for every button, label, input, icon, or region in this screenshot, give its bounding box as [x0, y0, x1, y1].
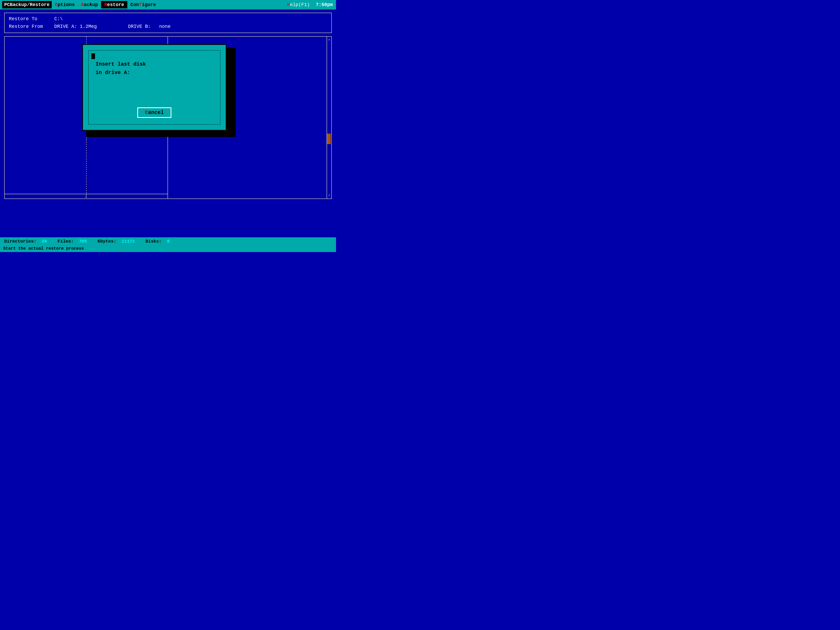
help-hotkey: H	[287, 2, 290, 7]
kbytes-value: 11171	[122, 239, 135, 244]
restore-from-row: Restore From DRIVE A: 1.2Meg DRIVE B: no…	[9, 23, 327, 30]
disks-value: 0	[167, 239, 170, 244]
cancel-button[interactable]: Cancel	[137, 107, 171, 118]
scroll-thumb[interactable]	[327, 134, 331, 144]
restore-to-label: Restore To	[9, 16, 37, 22]
drive-b-label: DRIVE B:	[128, 24, 151, 29]
disks-stat: Disks: 0	[145, 239, 170, 244]
scroll-up-arrow: ↑	[328, 38, 330, 43]
modal-cursor	[92, 53, 95, 59]
dialog-line2: in drive A:	[96, 68, 216, 77]
restore-from-label: Restore From	[9, 24, 43, 29]
configure-hotkey: f	[139, 2, 142, 7]
bottom-message: Start the actual restore process	[3, 246, 84, 251]
backup-hotkey: B	[81, 2, 84, 7]
bottom-message-bar: Start the actual restore process	[0, 245, 336, 252]
menu-bar: PCBackup/Restore Options Backup Restore …	[0, 0, 336, 9]
scroll-down-right-arrow: ↓	[328, 193, 330, 197]
menu-configure[interactable]: Configure	[127, 1, 159, 8]
drive-b-value: none	[159, 24, 171, 29]
directories-value: 26	[42, 239, 47, 244]
info-panel: Restore To C:\ Restore From DRIVE A: 1.2…	[4, 13, 332, 33]
cancel-hotkey: C	[145, 109, 148, 115]
modal-dialog: Insert last disk in drive A: Cancel	[82, 44, 227, 131]
directories-stat: Directories: 26	[4, 239, 47, 244]
status-bar: Directories: 26 Files: 705 Kbytes: 11171…	[0, 237, 336, 245]
files-value: 705	[79, 239, 87, 244]
modal-inner-border: Insert last disk in drive A: Cancel	[88, 50, 221, 125]
restore-from-value: DRIVE A: 1.2Meg	[54, 24, 97, 29]
right-scrollbar[interactable]: ↑ ↓	[327, 37, 331, 199]
menu-options[interactable]: Options	[52, 1, 78, 8]
restore-to-row: Restore To C:\	[9, 15, 327, 23]
dialog-line1: Insert last disk	[96, 60, 216, 68]
files-stat: Files: 705	[57, 239, 87, 244]
app-title: PCBackup/Restore	[2, 1, 52, 8]
menu-backup[interactable]: Backup	[78, 1, 101, 8]
time-display: 7:50pm	[316, 2, 333, 7]
restore-hotkey: R	[104, 2, 107, 7]
modal-message: Insert last disk in drive A:	[96, 60, 216, 77]
restore-to-value: C:\	[54, 16, 63, 22]
main-area: ↓ ↑ ↓ Insert last disk in drive A: Cance…	[4, 36, 332, 199]
kbytes-stat: Kbytes: 11171	[97, 239, 135, 244]
options-hotkey: O	[55, 2, 58, 7]
menu-help[interactable]: Help(F1)	[287, 2, 310, 7]
menu-restore[interactable]: Restore	[101, 1, 127, 8]
